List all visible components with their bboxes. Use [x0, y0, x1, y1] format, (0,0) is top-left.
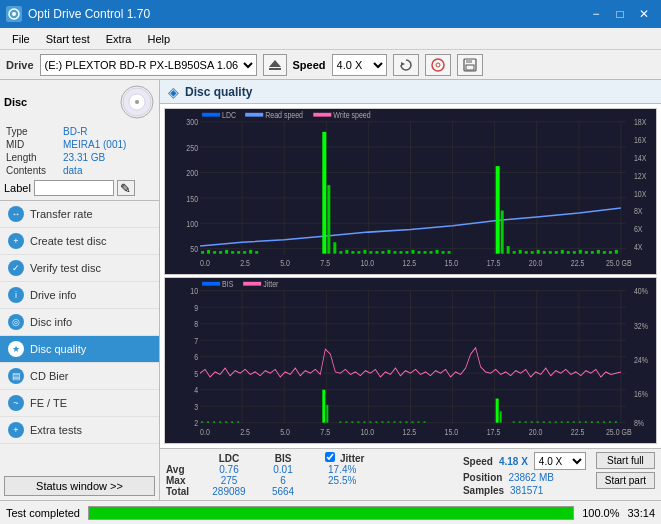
svg-rect-91	[513, 251, 516, 254]
svg-text:6X: 6X	[634, 224, 643, 234]
sidebar-item-cd-bier[interactable]: ▤ CD Bier	[0, 363, 159, 390]
sidebar-item-fe-te[interactable]: ~ FE / TE	[0, 390, 159, 417]
mid-value: MEIRA1 (001)	[63, 139, 153, 150]
svg-text:16X: 16X	[634, 135, 647, 145]
drive-bar: Drive (E:) PLEXTOR BD-R PX-LB950SA 1.06 …	[0, 50, 661, 80]
svg-text:9: 9	[194, 303, 198, 313]
bis-col-header: BIS	[256, 452, 310, 464]
svg-rect-183	[424, 421, 426, 422]
nav-items: ↔ Transfer rate + Create test disc ✓ Ver…	[0, 201, 159, 472]
svg-rect-180	[405, 421, 407, 422]
svg-rect-185	[500, 411, 502, 422]
menu-start-test[interactable]: Start test	[38, 31, 98, 47]
svg-text:5.0: 5.0	[280, 259, 290, 269]
svg-rect-66	[322, 132, 326, 254]
avg-row: Avg 0.76 0.01 17.4%	[166, 464, 364, 475]
svg-rect-76	[381, 251, 384, 254]
jitter-checkbox[interactable]	[325, 452, 335, 462]
drive-select[interactable]: (E:) PLEXTOR BD-R PX-LB950SA 1.06	[40, 54, 257, 76]
svg-rect-77	[387, 250, 390, 254]
svg-rect-59	[219, 251, 222, 254]
sidebar-item-disc-quality[interactable]: ★ Disc quality	[0, 336, 159, 363]
svg-rect-56	[201, 251, 204, 254]
svg-text:12.5: 12.5	[402, 428, 416, 438]
svg-rect-206	[243, 282, 261, 286]
close-button[interactable]: ✕	[633, 4, 655, 24]
sidebar-item-drive-info[interactable]: i Drive info	[0, 282, 159, 309]
refresh-button[interactable]	[393, 54, 419, 76]
sidebar-item-extra-tests[interactable]: + Extra tests	[0, 417, 159, 444]
extra-tests-label: Extra tests	[30, 424, 82, 436]
svg-rect-83	[424, 251, 427, 254]
drive-label: Drive	[6, 59, 34, 71]
start-part-button[interactable]: Start part	[596, 472, 655, 489]
menu-file[interactable]: File	[4, 31, 38, 47]
sidebar-item-transfer-rate[interactable]: ↔ Transfer rate	[0, 201, 159, 228]
svg-text:12.5: 12.5	[402, 259, 416, 269]
svg-rect-162	[213, 421, 215, 422]
svg-text:0.0: 0.0	[200, 259, 210, 269]
svg-rect-171	[351, 421, 353, 422]
sidebar-item-disc-info[interactable]: ◎ Disc info	[0, 309, 159, 336]
svg-text:7: 7	[194, 336, 198, 346]
sidebar: Disc Type BD-R MID MEIRA1 (001)	[0, 80, 160, 500]
elapsed-time: 33:14	[627, 507, 655, 519]
start-full-button[interactable]: Start full	[596, 452, 655, 469]
stats-table: LDC BIS Jitter Avg	[166, 452, 453, 497]
max-bis-value: 6	[256, 475, 310, 486]
speed-select[interactable]: 4.0 X 2.0 X 8.0 X	[332, 54, 387, 76]
bottom-chart-svg: 10 9 8 7 6 5 4 3 2 40% 32% 24% 16% 8%	[165, 278, 656, 443]
menu-extra[interactable]: Extra	[98, 31, 140, 47]
svg-rect-189	[531, 421, 533, 422]
top-chart: 300 250 200 150 100 50 18X 16X 14X 12X 1…	[164, 108, 657, 275]
disc-button[interactable]	[425, 54, 451, 76]
status-window-button[interactable]: Status window >>	[4, 476, 155, 496]
stats-data-table: LDC BIS Jitter Avg	[166, 452, 364, 497]
svg-text:18X: 18X	[634, 118, 647, 128]
svg-rect-104	[591, 251, 594, 254]
maximize-button[interactable]: □	[609, 4, 631, 24]
svg-text:32%: 32%	[634, 321, 648, 331]
svg-text:17.5: 17.5	[487, 428, 501, 438]
progress-bar-container	[88, 506, 574, 520]
start-buttons: Start full Start part	[596, 452, 655, 489]
svg-text:10.0: 10.0	[360, 428, 374, 438]
cd-bier-icon: ▤	[8, 368, 24, 384]
svg-rect-62	[237, 251, 240, 254]
svg-rect-169	[339, 421, 341, 422]
svg-rect-85	[436, 250, 439, 254]
label-edit-button[interactable]: ✎	[117, 180, 135, 196]
disc-header: Disc	[4, 84, 155, 120]
svg-rect-64	[249, 250, 252, 254]
sidebar-item-verify-test-disc[interactable]: ✓ Verify test disc	[0, 255, 159, 282]
avg-bis-value: 0.01	[256, 464, 310, 475]
svg-rect-181	[412, 421, 414, 422]
svg-text:2.5: 2.5	[240, 428, 250, 438]
disc-quality-header-icon: ◈	[168, 84, 179, 100]
max-ldc-value: 275	[202, 475, 256, 486]
disc-quality-label: Disc quality	[30, 343, 86, 355]
svg-rect-105	[597, 250, 600, 254]
svg-rect-63	[243, 251, 246, 254]
svg-text:20.0: 20.0	[529, 428, 543, 438]
svg-text:8%: 8%	[634, 419, 644, 429]
svg-rect-170	[345, 421, 347, 422]
content-area: ◈ Disc quality	[160, 80, 661, 500]
position-value: 23862 MB	[508, 472, 554, 483]
speed-stat-select[interactable]: 4.0 X	[534, 452, 586, 470]
minimize-button[interactable]: −	[585, 4, 607, 24]
app-title: Opti Drive Control 1.70	[28, 7, 150, 21]
svg-text:12X: 12X	[634, 171, 647, 181]
svg-text:200: 200	[186, 168, 198, 178]
menu-help[interactable]: Help	[139, 31, 178, 47]
sidebar-item-create-test-disc[interactable]: + Create test disc	[0, 228, 159, 255]
label-input[interactable]	[34, 180, 114, 196]
svg-rect-187	[519, 421, 521, 422]
svg-rect-204	[202, 282, 220, 286]
speed-label: Speed	[293, 59, 326, 71]
svg-rect-173	[363, 421, 365, 422]
save-button[interactable]	[457, 54, 483, 76]
svg-rect-73	[363, 250, 366, 254]
svg-rect-193	[555, 421, 557, 422]
eject-button[interactable]	[263, 54, 287, 76]
